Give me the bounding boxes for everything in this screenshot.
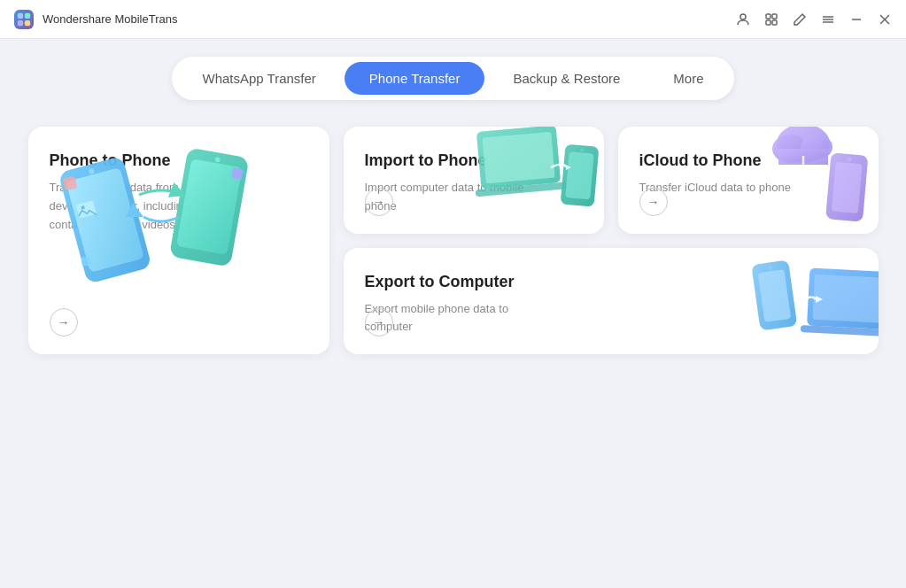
user-icon[interactable] [736,12,750,27]
export-illustration [741,248,879,355]
svg-point-4 [740,14,746,19]
close-icon[interactable] [878,12,892,27]
svg-rect-0 [18,12,23,18]
phone-to-phone-illustration [46,127,276,310]
minimize-icon[interactable] [849,12,863,27]
card-icloud-arrow[interactable]: → [639,188,668,216]
titlebar: Wondershare MobileTrans [0,0,906,39]
svg-rect-27 [482,131,554,183]
svg-marker-38 [798,165,809,172]
card-export-to-computer[interactable]: Export to Computer Export mobile phone d… [344,248,879,355]
card-import-arrow[interactable]: → [365,188,393,216]
tab-phone[interactable]: Phone Transfer [345,62,485,95]
import-illustration [467,127,604,234]
svg-rect-1 [25,12,30,18]
tab-whatsapp[interactable]: WhatsApp Transfer [177,62,340,95]
tab-backup[interactable]: Backup & Restore [488,62,645,95]
titlebar-controls [736,12,892,27]
layout-icon[interactable] [764,12,778,27]
card-icloud-to-phone[interactable]: iCloud to Phone Transfer iCloud data to … [618,127,879,234]
svg-rect-6 [772,14,777,19]
card-import-to-phone[interactable]: Import to Phone Import computer data to … [344,127,604,234]
svg-rect-3 [25,19,30,25]
svg-rect-30 [565,151,593,199]
menu-icon[interactable] [821,12,835,27]
nav-tabs: WhatsApp Transfer Phone Transfer Backup … [172,57,733,100]
card-phone-to-phone-arrow[interactable]: → [50,308,78,337]
svg-rect-16 [66,167,143,273]
svg-rect-46 [812,275,879,323]
svg-rect-5 [766,14,770,19]
app-icon [14,10,34,29]
titlebar-left: Wondershare MobileTrans [14,10,177,29]
card-export-arrow[interactable]: → [365,308,393,337]
icloud-illustration [750,127,879,234]
svg-rect-8 [772,20,777,25]
svg-rect-2 [18,19,23,25]
app-title-text: Wondershare MobileTrans [43,12,177,26]
svg-rect-7 [766,20,770,25]
svg-rect-21 [62,176,76,190]
main-content: WhatsApp Transfer Phone Transfer Backup … [0,39,906,588]
svg-rect-23 [81,257,90,267]
card-phone-to-phone[interactable]: Phone to Phone Transfer phone data from … [28,127,329,354]
cards-grid: Phone to Phone Transfer phone data from … [28,127,879,354]
edit-icon[interactable] [793,12,807,27]
svg-rect-22 [230,167,243,180]
svg-rect-40 [831,161,862,213]
tab-more[interactable]: More [648,62,728,95]
